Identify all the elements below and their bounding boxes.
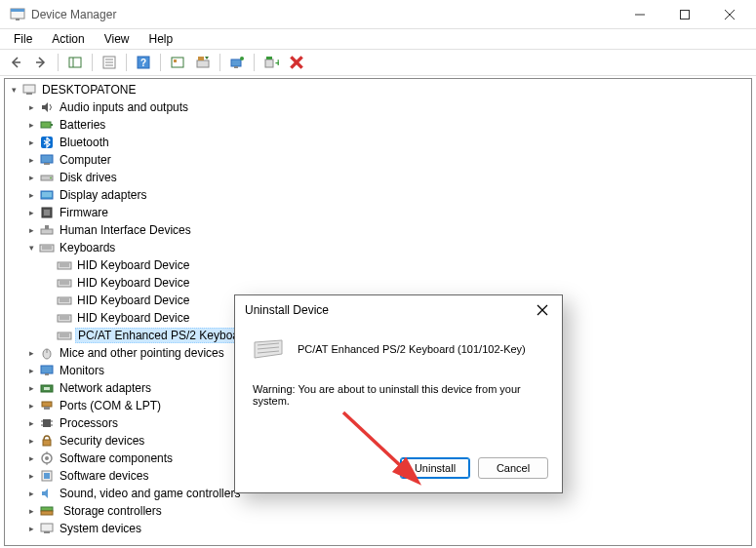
firmware-icon xyxy=(39,205,55,220)
update-driver-button[interactable] xyxy=(166,51,189,74)
uninstall-device-button[interactable] xyxy=(191,51,215,74)
chevron-right-icon[interactable]: ▸ xyxy=(24,153,38,167)
svg-rect-64 xyxy=(41,366,53,373)
close-button[interactable] xyxy=(707,0,752,29)
dialog-titlebar: Uninstall Device xyxy=(235,295,562,325)
chevron-right-icon[interactable]: ▸ xyxy=(24,118,38,132)
dialog-close-button[interactable] xyxy=(533,300,552,320)
network-icon xyxy=(39,380,55,396)
tree-root[interactable]: ▾ DESKTOPATONE xyxy=(5,81,751,98)
monitor-icon xyxy=(39,363,55,378)
svg-rect-17 xyxy=(172,58,183,67)
chevron-right-icon[interactable]: ▸ xyxy=(24,171,38,184)
chevron-right-icon[interactable]: ▸ xyxy=(24,346,38,360)
svg-rect-67 xyxy=(44,387,50,390)
dialog-device-name: PC/AT Enhanced PS/2 Keyboard (101/102-Ke… xyxy=(298,343,526,355)
menu-view[interactable]: View xyxy=(95,30,139,48)
cancel-button[interactable]: Cancel xyxy=(478,457,548,479)
chevron-right-icon[interactable]: ▸ xyxy=(24,504,38,518)
display-icon xyxy=(39,187,55,203)
forward-button[interactable] xyxy=(29,51,53,74)
chevron-right-icon[interactable]: ▸ xyxy=(24,188,38,202)
help-button[interactable]: ? xyxy=(132,51,155,74)
svg-rect-20 xyxy=(198,57,204,60)
maximize-button[interactable] xyxy=(662,0,707,29)
keyboard-icon xyxy=(57,257,72,273)
tree-item-hid-keyboard[interactable]: HID Keyboard Device xyxy=(5,274,751,292)
keyboard-icon xyxy=(253,338,284,360)
svg-rect-84 xyxy=(41,524,53,531)
chevron-down-icon[interactable]: ▾ xyxy=(24,241,38,254)
app-icon xyxy=(10,7,25,22)
scan-hardware-button[interactable] xyxy=(225,51,249,74)
chevron-right-icon[interactable]: ▸ xyxy=(24,364,38,377)
tree-item-keyboards[interactable]: ▾ Keyboards xyxy=(5,239,751,256)
chevron-right-icon[interactable]: ▸ xyxy=(24,416,38,430)
chevron-down-icon[interactable]: ▾ xyxy=(7,83,20,97)
tree-item-firmware[interactable]: ▸ Firmware xyxy=(5,204,751,221)
svg-rect-29 xyxy=(23,85,35,93)
keyboard-icon xyxy=(39,240,55,255)
back-button[interactable] xyxy=(4,51,27,74)
svg-rect-24 xyxy=(265,59,273,67)
minimize-button[interactable] xyxy=(617,0,662,29)
svg-rect-68 xyxy=(42,402,52,407)
menubar: File Action View Help xyxy=(0,29,756,49)
tree-item-storage[interactable]: ▸ Storage controllers xyxy=(5,502,751,520)
svg-rect-2 xyxy=(16,19,20,20)
chevron-right-icon[interactable]: ▸ xyxy=(24,487,38,500)
svg-rect-41 xyxy=(44,210,50,215)
sound-icon xyxy=(39,486,55,501)
tree-item-system-devices[interactable]: ▸ System devices xyxy=(5,520,751,537)
menu-help[interactable]: Help xyxy=(139,30,183,48)
battery-icon xyxy=(39,117,55,133)
tree-item-hid-keyboard[interactable]: HID Keyboard Device xyxy=(5,256,751,274)
chevron-right-icon[interactable]: ▸ xyxy=(24,451,38,465)
add-legacy-hardware-button[interactable]: + xyxy=(259,51,283,74)
menu-action[interactable]: Action xyxy=(42,30,94,48)
mouse-icon xyxy=(39,345,55,361)
tree-item-disk-drives[interactable]: ▸ Disk drives xyxy=(5,169,751,186)
svg-text:+: + xyxy=(275,57,279,68)
chevron-right-icon[interactable]: ▸ xyxy=(24,100,38,114)
svg-point-23 xyxy=(240,57,244,60)
chevron-right-icon[interactable]: ▸ xyxy=(24,136,38,149)
svg-rect-85 xyxy=(44,531,50,533)
storage-icon xyxy=(39,503,55,519)
svg-rect-30 xyxy=(26,93,32,95)
properties-button[interactable] xyxy=(98,51,121,74)
chevron-right-icon[interactable]: ▸ xyxy=(24,206,38,219)
svg-rect-21 xyxy=(231,59,241,66)
show-hide-tree-button[interactable] xyxy=(63,51,87,74)
system-icon xyxy=(39,521,55,536)
chevron-right-icon[interactable]: ▸ xyxy=(24,522,38,535)
dialog-warning-text: Warning: You are about to uninstall this… xyxy=(253,383,544,407)
tree-item-audio[interactable]: ▸ Audio inputs and outputs xyxy=(5,98,751,116)
chevron-right-icon[interactable]: ▸ xyxy=(24,469,38,483)
computer-icon xyxy=(21,82,37,98)
delete-button[interactable] xyxy=(285,51,308,74)
dialog-body: PC/AT Enhanced PS/2 Keyboard (101/102-Ke… xyxy=(235,325,562,457)
chevron-right-icon[interactable]: ▸ xyxy=(24,434,38,448)
hid-icon xyxy=(39,222,55,238)
tree-item-hid[interactable]: ▸ Human Interface Devices xyxy=(5,221,751,239)
uninstall-button[interactable]: Uninstall xyxy=(400,457,470,479)
tree-item-batteries[interactable]: ▸ Batteries xyxy=(5,116,751,134)
security-icon xyxy=(39,433,55,449)
svg-rect-1 xyxy=(11,9,24,12)
chevron-right-icon[interactable]: ▸ xyxy=(24,399,38,412)
svg-rect-19 xyxy=(197,60,209,67)
svg-rect-75 xyxy=(43,440,51,446)
svg-rect-31 xyxy=(41,122,51,128)
menu-file[interactable]: File xyxy=(4,30,42,48)
svg-rect-70 xyxy=(43,419,51,427)
svg-text:?: ? xyxy=(140,58,146,68)
svg-point-37 xyxy=(50,177,52,179)
tree-root-label: DESKTOPATONE xyxy=(40,83,138,97)
tree-item-computer[interactable]: ▸ Computer xyxy=(5,151,751,169)
chevron-right-icon[interactable]: ▸ xyxy=(24,381,38,395)
tree-item-bluetooth[interactable]: ▸ Bluetooth xyxy=(5,134,751,151)
tree-item-display-adapters[interactable]: ▸ Display adapters xyxy=(5,186,751,204)
chevron-right-icon[interactable]: ▸ xyxy=(24,223,38,237)
svg-rect-4 xyxy=(681,10,690,19)
